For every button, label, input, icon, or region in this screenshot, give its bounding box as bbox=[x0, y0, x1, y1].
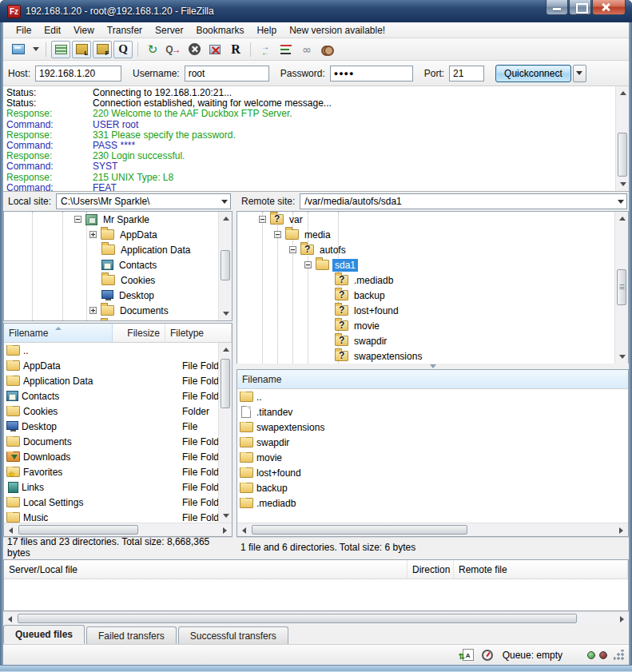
tree-item[interactable]: lost+found bbox=[237, 303, 628, 318]
file-row[interactable]: movie bbox=[237, 450, 628, 465]
file-row[interactable]: swapdir bbox=[237, 435, 628, 450]
collapse-icon[interactable] bbox=[289, 246, 296, 253]
combo-dropdown-icon[interactable] bbox=[218, 194, 230, 209]
remote-list-hscrollbar[interactable] bbox=[237, 523, 628, 536]
speed-limits-icon[interactable] bbox=[482, 650, 493, 661]
tree-item[interactable]: media bbox=[237, 227, 628, 242]
file-row[interactable]: FavoritesFile Folder bbox=[4, 464, 232, 479]
tree-item[interactable]: swapextensions bbox=[237, 348, 628, 364]
toggle-remote-tree-icon[interactable] bbox=[93, 41, 112, 58]
maximize-button[interactable] bbox=[569, 0, 591, 15]
column-header-remote-file[interactable]: Remote file bbox=[454, 560, 628, 579]
menu-server[interactable]: Server bbox=[149, 23, 189, 38]
tab-successful-transfers[interactable]: Successful transfers bbox=[178, 626, 288, 644]
column-header-filename[interactable]: Filename bbox=[237, 370, 628, 388]
collapse-icon[interactable] bbox=[304, 261, 312, 268]
column-header-filesize[interactable]: Filesize bbox=[113, 324, 165, 342]
log-scrollbar[interactable] bbox=[615, 86, 629, 191]
file-row[interactable]: .. bbox=[4, 343, 232, 358]
local-tree[interactable]: Mr Sparkle AppData Application Data Cont… bbox=[3, 211, 233, 321]
find-files-icon[interactable] bbox=[318, 41, 337, 58]
tree-item[interactable]: Cookies bbox=[4, 272, 232, 288]
cancel-operation-icon[interactable] bbox=[185, 41, 204, 58]
close-button[interactable] bbox=[592, 0, 626, 15]
file-row[interactable]: DesktopFile bbox=[4, 419, 232, 434]
local-list-scrollbar[interactable] bbox=[218, 343, 232, 523]
file-row[interactable]: DownloadsFile Folder bbox=[4, 449, 232, 464]
message-log[interactable]: Status:Connecting to 192.168.1.20:21... … bbox=[3, 86, 629, 192]
tree-item[interactable]: .mediadb bbox=[237, 272, 628, 288]
file-row[interactable]: LinksFile Folder bbox=[4, 479, 232, 495]
tree-item[interactable]: autofs bbox=[237, 242, 628, 257]
remote-site-combo[interactable]: /var/media/autofs/sda1 bbox=[300, 193, 627, 209]
tree-item[interactable]: AppData bbox=[4, 227, 232, 242]
menu-new-version[interactable]: New version available! bbox=[283, 23, 392, 38]
tree-item[interactable]: swapdir bbox=[237, 333, 628, 348]
quickconnect-button[interactable]: Quickconnect bbox=[495, 65, 571, 82]
combo-dropdown-icon[interactable] bbox=[614, 194, 626, 209]
column-header-filename[interactable]: Filename bbox=[4, 324, 113, 342]
menu-transfer[interactable]: Transfer bbox=[101, 23, 149, 38]
tree-item[interactable]: Application Data bbox=[4, 242, 232, 257]
password-input[interactable] bbox=[330, 66, 413, 82]
tree-item[interactable]: movie bbox=[237, 318, 628, 333]
expand-icon[interactable] bbox=[89, 231, 97, 238]
directory-comparison-icon[interactable]: →← bbox=[256, 41, 275, 58]
transfer-queue[interactable]: Server/Local file Direction Remote file bbox=[3, 559, 629, 611]
remote-file-list[interactable]: Filename .. .titandev swapextensions swa… bbox=[237, 369, 629, 537]
file-row[interactable]: swapextensions bbox=[237, 420, 628, 435]
menu-file[interactable]: File bbox=[10, 23, 38, 38]
transfer-type-icon[interactable]: A bbox=[463, 649, 474, 661]
file-row[interactable]: CookiesFolder bbox=[4, 404, 232, 419]
process-queue-icon[interactable]: Q bbox=[164, 41, 183, 58]
remote-tree[interactable]: var media autofs sda1 .mediadb backup lo… bbox=[237, 211, 629, 364]
menu-bookmarks[interactable]: Bookmarks bbox=[189, 23, 250, 38]
tree-item[interactable]: sda1 bbox=[237, 257, 628, 272]
tree-item[interactable]: Documents bbox=[4, 303, 232, 318]
toggle-queue-icon[interactable]: Q bbox=[113, 41, 133, 58]
reconnect-icon[interactable]: R bbox=[226, 41, 245, 58]
file-row[interactable]: DocumentsFile Folder bbox=[4, 434, 232, 449]
tree-item[interactable]: Mr Sparkle bbox=[4, 212, 232, 227]
collapse-icon[interactable] bbox=[259, 216, 266, 223]
local-tree-scrollbar[interactable] bbox=[218, 212, 232, 320]
username-input[interactable] bbox=[185, 66, 269, 82]
site-manager-dropdown-icon[interactable] bbox=[30, 41, 41, 58]
file-row[interactable]: lost+found bbox=[237, 465, 628, 480]
collapse-icon[interactable] bbox=[274, 231, 281, 238]
queue-hscrollbar[interactable] bbox=[3, 611, 629, 625]
refresh-icon[interactable]: ↻ bbox=[143, 41, 162, 58]
file-row[interactable]: backup bbox=[237, 480, 628, 495]
tree-item[interactable]: Downloads bbox=[4, 318, 232, 321]
expand-icon[interactable] bbox=[89, 307, 97, 314]
menu-view[interactable]: View bbox=[67, 23, 101, 38]
toggle-message-log-icon[interactable] bbox=[51, 41, 70, 58]
quickconnect-dropdown-icon[interactable] bbox=[573, 65, 586, 82]
file-row[interactable]: AppDataFile Folder bbox=[4, 358, 232, 373]
file-row[interactable]: .. bbox=[237, 389, 628, 404]
local-list-hscrollbar[interactable] bbox=[4, 523, 232, 536]
resize-grip[interactable] bbox=[614, 650, 624, 660]
collapse-icon[interactable] bbox=[74, 216, 81, 223]
file-row[interactable]: ContactsFile Folder bbox=[4, 388, 232, 404]
title-bar[interactable]: Fz 192.168.1.20 - root@192.168.1.20 - Fi… bbox=[0, 0, 632, 22]
synchronized-browsing-icon[interactable]: ∞ bbox=[297, 41, 316, 58]
file-row[interactable]: Local SettingsFile Folder bbox=[4, 495, 232, 510]
local-site-combo[interactable]: C:\Users\Mr Sparkle\ bbox=[56, 193, 231, 209]
column-header-filetype[interactable]: Filetype bbox=[165, 324, 232, 342]
tab-queued-files[interactable]: Queued files bbox=[3, 625, 85, 644]
port-input[interactable] bbox=[449, 66, 484, 82]
file-row[interactable]: .mediadb bbox=[237, 495, 628, 511]
tree-item[interactable]: var bbox=[237, 212, 628, 227]
menu-edit[interactable]: Edit bbox=[38, 23, 67, 38]
file-filters-icon[interactable] bbox=[276, 41, 296, 58]
tab-failed-transfers[interactable]: Failed transfers bbox=[86, 626, 177, 644]
file-row[interactable]: .titandev bbox=[237, 404, 628, 420]
tree-item[interactable]: Desktop bbox=[4, 288, 232, 303]
column-header-direction[interactable]: Direction bbox=[407, 560, 454, 579]
tree-item[interactable]: backup bbox=[237, 288, 628, 303]
disconnect-icon[interactable] bbox=[205, 41, 225, 58]
tree-item[interactable]: Contacts bbox=[4, 257, 232, 272]
column-header-server-local-file[interactable]: Server/Local file bbox=[4, 560, 407, 579]
host-input[interactable] bbox=[35, 66, 121, 82]
